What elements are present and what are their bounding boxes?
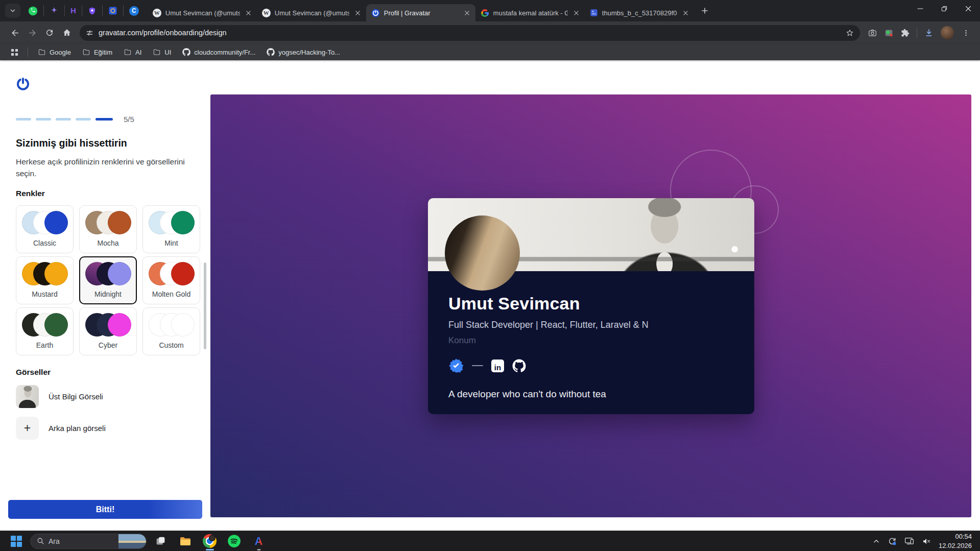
mail-app-pinned-app[interactable] bbox=[102, 5, 123, 16]
spotify-taskbar-button[interactable] bbox=[224, 531, 245, 551]
gemini-icon bbox=[50, 6, 59, 15]
linkedin-icon[interactable]: in bbox=[491, 360, 504, 372]
minimize-button[interactable] bbox=[908, 0, 932, 17]
bookmark-label: cloudcommunity/Fr... bbox=[194, 49, 255, 56]
tab-title: Profil | Gravatar bbox=[384, 9, 459, 17]
header-image-row[interactable]: Üst Bilgi Görseli bbox=[16, 385, 206, 408]
download-icon bbox=[924, 28, 934, 37]
palette-option-custom[interactable]: Custom bbox=[142, 307, 200, 355]
tab-strip: HC WUmut Sevimcan (@umutsevimcaWUmut Sev… bbox=[0, 0, 980, 21]
palette-option-earth[interactable]: Earth bbox=[16, 307, 74, 355]
progress-steps: 5/5 bbox=[16, 115, 206, 124]
back-button[interactable] bbox=[6, 24, 23, 41]
header-image-thumbnail[interactable] bbox=[16, 385, 39, 408]
browser-tab[interactable]: WUmut Sevimcan (@umutsevimca bbox=[148, 4, 257, 21]
volume-tray-button[interactable] bbox=[922, 537, 931, 546]
forward-button[interactable] bbox=[23, 24, 41, 41]
progress-dashes bbox=[16, 118, 117, 121]
guard-shield-pinned-app[interactable] bbox=[82, 5, 102, 16]
a-app-icon: A bbox=[255, 535, 263, 548]
time-text: 00:54 bbox=[939, 532, 972, 541]
downloads-button[interactable] bbox=[921, 25, 937, 41]
browser-tab[interactable]: thumbs_b_c_53170829f084384f bbox=[585, 4, 694, 21]
folder-icon bbox=[124, 48, 132, 56]
palette-option-mint[interactable]: Mint bbox=[142, 205, 200, 253]
puzzle-icon bbox=[901, 29, 910, 37]
start-button[interactable] bbox=[6, 532, 27, 551]
wordpress-favicon: W bbox=[262, 9, 271, 17]
bookmark-item[interactable]: UI bbox=[148, 46, 176, 58]
progress-dash bbox=[56, 118, 71, 121]
bookmark-item[interactable]: yogsec/Hacking-To... bbox=[262, 46, 345, 58]
browser-tab[interactable]: mustafa kemal atatürk - Google bbox=[475, 4, 585, 21]
task-view-icon bbox=[155, 536, 166, 546]
palette-option-classic[interactable]: Classic bbox=[16, 205, 74, 253]
palette-color-circle bbox=[108, 262, 131, 285]
restore-button[interactable] bbox=[932, 0, 956, 17]
tab-close-button[interactable] bbox=[353, 9, 362, 17]
search-daily-image[interactable] bbox=[118, 534, 146, 548]
background-image-row[interactable]: + Arka plan görseli bbox=[16, 417, 206, 440]
home-button[interactable] bbox=[58, 24, 76, 41]
palette-circles bbox=[85, 262, 131, 285]
done-button[interactable]: Bitti! bbox=[8, 500, 202, 519]
progress-dash bbox=[36, 118, 51, 121]
apps-grid-button[interactable] bbox=[6, 44, 22, 60]
palette-color-circle bbox=[171, 211, 195, 234]
panel-scrollbar[interactable] bbox=[204, 262, 206, 349]
adblock-extension-button[interactable] bbox=[880, 25, 897, 41]
windows-start-icon bbox=[11, 536, 22, 547]
tab-close-button[interactable] bbox=[681, 9, 690, 17]
file-explorer-button[interactable] bbox=[175, 531, 196, 551]
update-tray-button[interactable] bbox=[888, 537, 897, 546]
extensions-button[interactable] bbox=[897, 25, 913, 41]
bookmark-item[interactable]: cloudcommunity/Fr... bbox=[178, 46, 260, 58]
add-background-button[interactable]: + bbox=[16, 417, 39, 440]
palette-circles bbox=[149, 262, 195, 285]
bookmark-item[interactable]: Eğitim bbox=[78, 46, 117, 58]
hostinger-icon: H bbox=[70, 6, 76, 15]
bookmark-label: Eğitim bbox=[94, 49, 112, 56]
tab-close-button[interactable] bbox=[572, 9, 581, 17]
menu-button[interactable] bbox=[958, 25, 974, 41]
bookmark-item[interactable]: Google bbox=[33, 46, 76, 58]
reload-button[interactable] bbox=[41, 24, 58, 41]
hostinger-pinned-app[interactable]: H bbox=[64, 5, 82, 16]
screen: HC WUmut Sevimcan (@umutsevimcaWUmut Sev… bbox=[0, 0, 980, 551]
browser-tab[interactable]: Profil | Gravatar bbox=[366, 4, 475, 21]
new-tab-button[interactable] bbox=[697, 3, 712, 18]
palette-option-midnight[interactable]: Midnight bbox=[79, 256, 137, 304]
tab-title: mustafa kemal atatürk - Google bbox=[493, 9, 568, 17]
palette-option-cyber[interactable]: Cyber bbox=[79, 307, 137, 355]
whatsapp-pinned-app[interactable] bbox=[22, 5, 43, 16]
profile-avatar[interactable] bbox=[941, 26, 954, 39]
palette-option-mustard[interactable]: Mustard bbox=[16, 256, 74, 304]
tray-expand-button[interactable] bbox=[873, 538, 880, 545]
pinned-apps: HC bbox=[22, 5, 145, 16]
tab-search-button[interactable] bbox=[5, 4, 20, 18]
gemini-pinned-app[interactable] bbox=[43, 5, 64, 16]
bookmark-item[interactable]: AI bbox=[119, 46, 146, 58]
palette-option-mocha[interactable]: Mocha bbox=[79, 205, 137, 253]
chrome-taskbar-button[interactable] bbox=[199, 531, 220, 551]
taskbar-clock[interactable]: 00:54 12.02.2026 bbox=[939, 532, 972, 550]
whatsapp-icon bbox=[28, 6, 38, 16]
site-info-icon[interactable] bbox=[86, 29, 93, 37]
bookmark-star-icon[interactable] bbox=[846, 29, 854, 37]
taskbar-search[interactable]: Ara bbox=[30, 534, 147, 549]
close-button[interactable] bbox=[956, 0, 980, 17]
browser-tab[interactable]: WUmut Sevimcan (@umutsevimca bbox=[257, 4, 366, 21]
palette-option-molten-gold[interactable]: Molten Gold bbox=[142, 256, 200, 304]
screenshot-button[interactable] bbox=[864, 25, 880, 41]
github-icon[interactable] bbox=[512, 359, 526, 373]
a-app-taskbar-button[interactable]: A bbox=[248, 531, 269, 551]
address-bar[interactable]: gravatar.com/profile/onboarding/design bbox=[80, 25, 860, 41]
task-view-button[interactable] bbox=[150, 531, 171, 551]
tab-close-button[interactable] bbox=[244, 9, 253, 17]
tab-close-button[interactable] bbox=[463, 9, 471, 17]
bookmarks-bar: GoogleEğitimAIUIcloudcommunity/Fr...yogs… bbox=[0, 44, 980, 60]
profile-avatar-image bbox=[445, 215, 520, 291]
palette-color-circle bbox=[44, 262, 68, 285]
c-app-pinned-app[interactable]: C bbox=[123, 5, 145, 16]
cast-tray-button[interactable] bbox=[904, 536, 914, 546]
